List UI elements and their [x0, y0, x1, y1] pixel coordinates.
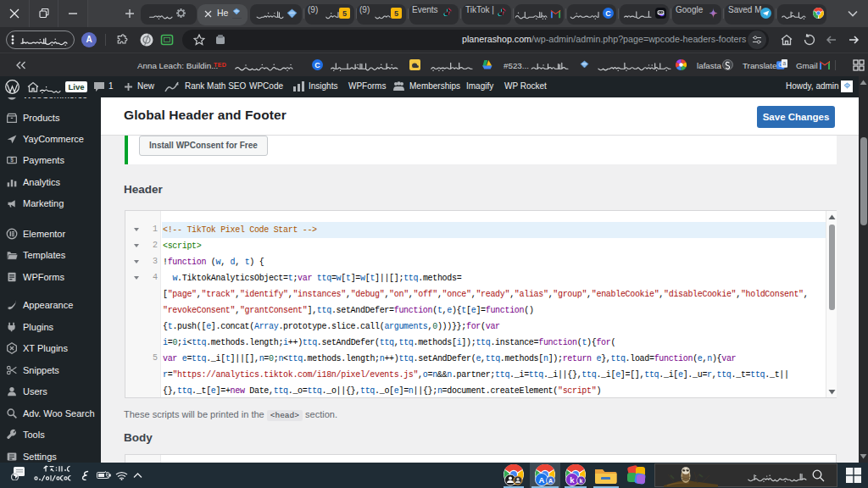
svg-text:C: C	[605, 9, 611, 18]
svg-text:5: 5	[342, 9, 347, 18]
svg-text:A: A	[548, 478, 553, 484]
svg-text:$: $	[10, 157, 14, 164]
svg-text:a: a	[783, 60, 787, 66]
svg-text:A: A	[539, 475, 545, 485]
svg-text:5: 5	[394, 9, 398, 18]
svg-text:C: C	[314, 61, 320, 69]
svg-text:k: k	[570, 475, 575, 485]
svg-text:k: k	[580, 478, 583, 484]
